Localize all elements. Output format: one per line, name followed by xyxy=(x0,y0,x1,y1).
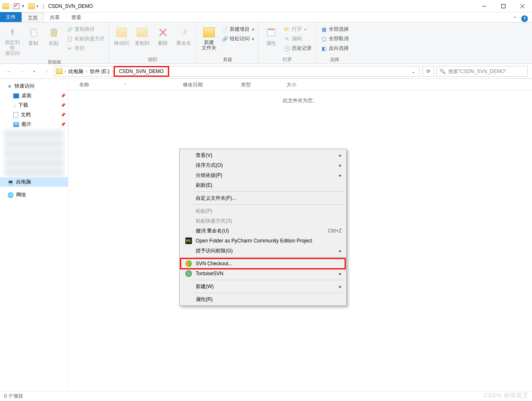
col-name[interactable]: 名称 ⌃ xyxy=(75,79,179,90)
tab-file[interactable]: 文件 xyxy=(0,12,22,22)
column-headers: 名称 ⌃ 修改日期 类型 大小 xyxy=(68,79,532,90)
sidebar-item-thispc[interactable]: 💻此电脑 xyxy=(0,177,68,187)
breadcrumb-current-highlight: CSDN_SVN_DEMO xyxy=(114,66,169,77)
ctx-customize[interactable]: 自定义文件夹(F)... xyxy=(181,193,345,203)
forward-button[interactable]: → xyxy=(17,66,27,76)
cut-button[interactable]: ✂剪切 xyxy=(65,44,106,53)
tab-share[interactable]: 共享 xyxy=(44,12,66,22)
recent-dropdown[interactable]: ▾ xyxy=(29,66,39,76)
select-none-button[interactable]: ▢全部取消 xyxy=(319,34,350,43)
copy-button[interactable]: 复制 xyxy=(23,24,43,58)
sidebar-item-network[interactable]: 🌐网络 xyxy=(0,190,68,200)
title-sep: | xyxy=(43,3,44,9)
status-text: 0 个项目 xyxy=(4,393,23,400)
titlebar: | ▼ ▾ | CSDN_SVN_DEMO xyxy=(0,0,532,12)
watermark: CSDN @萌茑玊 xyxy=(483,392,529,399)
ribbon: 固定到快 速访问 复制 粘贴 🔗复制路径 📋粘贴快捷方式 ✂剪切 剪贴板 移动到… xyxy=(0,22,532,64)
select-all-button[interactable]: ▦全部选择 xyxy=(319,25,350,34)
copy-path-button[interactable]: 🔗复制路径 xyxy=(65,25,106,34)
tab-view[interactable]: 查看 xyxy=(66,12,87,22)
help-icon[interactable]: ? xyxy=(521,15,528,22)
sidebar-item-documents[interactable]: 文档📌 xyxy=(0,110,68,120)
ctx-sort[interactable]: 排序方式(O)▸ xyxy=(181,160,345,170)
back-button[interactable]: ← xyxy=(4,66,14,76)
minimize-button[interactable] xyxy=(475,0,494,12)
breadcrumb-dropdown-icon[interactable]: ⌄ xyxy=(409,68,418,74)
search-input[interactable]: 🔍 搜索"CSDN_SVN_DEMO" xyxy=(437,66,528,77)
delete-button[interactable]: 删除 xyxy=(153,24,173,56)
empty-folder-message: 此文件夹为空。 xyxy=(68,90,532,111)
ctx-view[interactable]: 查看(V)▸ xyxy=(181,150,345,160)
ctx-svn-checkout[interactable]: SVN Checkout... xyxy=(181,259,345,269)
sidebar-item-desktop[interactable]: 桌面📌 xyxy=(0,91,68,100)
new-folder-button[interactable]: 新建 文件夹 xyxy=(199,24,219,56)
rename-button[interactable]: 📝重命名 xyxy=(174,24,194,56)
desktop-icon xyxy=(13,93,19,98)
easy-access-button[interactable]: 🔗轻松访问▾ xyxy=(220,34,256,43)
pin-to-quick-button[interactable]: 固定到快 速访问 xyxy=(2,24,22,58)
col-date[interactable]: 修改日期 xyxy=(179,79,237,90)
ribbon-group-open: 属性 📂打开▾ ✎编辑 🕑历史记录 打开 xyxy=(259,22,316,64)
chevron-right-icon: ▸ xyxy=(339,152,342,158)
pycharm-icon: PC xyxy=(185,237,192,244)
open-button[interactable]: 📂打开▾ xyxy=(282,25,313,34)
ctx-tortoisesvn[interactable]: TortoiseSVN▸ xyxy=(181,269,345,279)
sidebar-item-quick-access[interactable]: ★快速访问 xyxy=(0,81,68,91)
chevron-right-icon: ▸ xyxy=(339,271,342,276)
new-item-button[interactable]: 📄新建项目▾ xyxy=(220,25,256,34)
breadcrumb-folder[interactable]: CSDN_SVN_DEMO xyxy=(119,68,164,74)
edit-button[interactable]: ✎编辑 xyxy=(282,34,313,43)
ctx-pycharm[interactable]: PCOpen Folder as PyCharm Community Editi… xyxy=(181,236,345,246)
document-icon xyxy=(13,112,18,118)
ctx-paste: 粘贴(P) xyxy=(181,206,345,216)
navigation-bar: ← → ▾ ↑ › 此电脑 › 软件 (E:) › CSDN_SVN_DEMO … xyxy=(0,64,532,79)
sidebar-item-blurred xyxy=(4,149,64,158)
sidebar-item-blurred xyxy=(4,158,64,167)
up-button[interactable]: ↑ xyxy=(41,66,51,76)
paste-shortcut-button[interactable]: 📋粘贴快捷方式 xyxy=(65,34,106,43)
pin-icon: 📌 xyxy=(61,93,66,98)
sidebar: ★快速访问 桌面📌 ↓下载📌 文档📌 图片📌 💻此电脑 🌐网络 xyxy=(0,79,68,388)
close-button[interactable] xyxy=(513,0,532,12)
qat-dropdown-icon[interactable]: ▼ xyxy=(21,4,25,8)
sidebar-item-pictures[interactable]: 图片📌 xyxy=(0,120,68,129)
tab-home[interactable]: 主页 xyxy=(22,12,44,22)
ribbon-tabs: 文件 主页 共享 查看 ⌃ ? xyxy=(0,12,532,22)
sidebar-item-downloads[interactable]: ↓下载📌 xyxy=(0,100,68,110)
refresh-button[interactable]: ⟳ xyxy=(423,66,434,77)
window-controls xyxy=(475,0,532,12)
col-size[interactable]: 大小 xyxy=(282,79,316,90)
folder-icon xyxy=(56,68,63,74)
svg-rect-5 xyxy=(32,30,36,37)
qat-check-icon[interactable] xyxy=(14,3,19,9)
sidebar-item-blurred xyxy=(4,139,64,148)
ctx-refresh[interactable]: 刷新(E) xyxy=(181,180,345,190)
download-icon: ↓ xyxy=(13,103,16,108)
invert-selection-button[interactable]: ◧反向选择 xyxy=(319,44,350,53)
qat-drop2-icon[interactable]: ▾ xyxy=(36,4,39,8)
ribbon-group-organize: 移动到 复制到 删除 📝重命名 组织 xyxy=(109,22,197,64)
copyto-button[interactable]: 复制到 xyxy=(132,24,152,56)
ribbon-group-clipboard: 固定到快 速访问 复制 粘贴 🔗复制路径 📋粘贴快捷方式 ✂剪切 剪贴板 xyxy=(0,22,109,64)
ctx-undo[interactable]: 撤消 重命名(U)Ctrl+Z xyxy=(181,226,345,236)
paste-button[interactable]: 粘贴 xyxy=(44,24,64,58)
ctx-group[interactable]: 分组依据(P)▸ xyxy=(181,170,345,180)
properties-button[interactable]: 属性 xyxy=(261,24,281,56)
history-button[interactable]: 🕑历史记录 xyxy=(282,44,313,53)
ctx-paste-shortcut: 粘贴快捷方式(S) xyxy=(181,216,345,226)
ctx-properties[interactable]: 属性(R) xyxy=(181,294,345,304)
maximize-button[interactable] xyxy=(494,0,513,12)
ctx-access[interactable]: 授予访问权限(G)▸ xyxy=(181,246,345,256)
svg-rect-1 xyxy=(502,4,505,8)
breadcrumb[interactable]: › 此电脑 › 软件 (E:) › CSDN_SVN_DEMO ⌄ xyxy=(54,66,420,77)
breadcrumb-drive[interactable]: 软件 (E:) xyxy=(87,68,112,75)
breadcrumb-pc[interactable]: 此电脑 xyxy=(66,68,86,75)
search-icon: 🔍 xyxy=(440,68,446,74)
moveto-button[interactable]: 移动到 xyxy=(112,24,131,56)
chevron-right-icon: ▸ xyxy=(339,172,342,178)
col-type[interactable]: 类型 xyxy=(237,79,282,90)
ctx-new[interactable]: 新建(W)▸ xyxy=(181,281,345,291)
ribbon-collapse-icon[interactable]: ⌃ xyxy=(513,16,517,22)
network-icon: 🌐 xyxy=(7,192,14,198)
chevron-right-icon: ▸ xyxy=(339,284,342,289)
